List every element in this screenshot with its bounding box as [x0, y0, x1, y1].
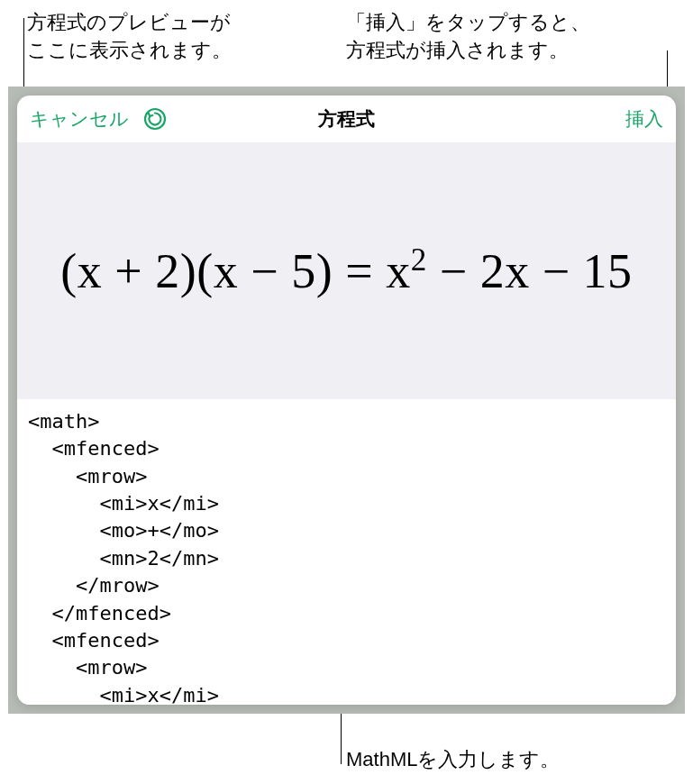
equation-editor-sheet: キャンセル 方程式 挿入 (x + 2)(x − 5) = x2 − 2x − … — [17, 96, 676, 705]
svg-point-0 — [145, 109, 165, 129]
sheet-header: キャンセル 方程式 挿入 — [17, 96, 676, 142]
equation-preview-pane: (x + 2)(x − 5) = x2 − 2x − 15 — [17, 142, 676, 399]
sheet-title: 方程式 — [318, 106, 375, 132]
mathml-input[interactable]: <math> <mfenced> <mrow> <mi>x</mi> <mo>+… — [17, 399, 676, 705]
equation-preview: (x + 2)(x − 5) = x2 − 2x − 15 — [60, 243, 632, 299]
callout-preview: 方程式のプレビューが ここに表示されます。 — [27, 9, 232, 65]
header-left-group: キャンセル — [30, 105, 169, 132]
callout-insert: 「挿入」をタップすると、 方程式が挿入されます。 — [346, 9, 590, 65]
undo-icon[interactable] — [141, 105, 169, 132]
sheet-backdrop: キャンセル 方程式 挿入 (x + 2)(x − 5) = x2 − 2x − … — [8, 87, 685, 714]
callout-code: MathMLを入力します。 — [346, 746, 560, 774]
insert-button[interactable]: 挿入 — [625, 106, 663, 132]
cancel-button[interactable]: キャンセル — [30, 106, 129, 132]
